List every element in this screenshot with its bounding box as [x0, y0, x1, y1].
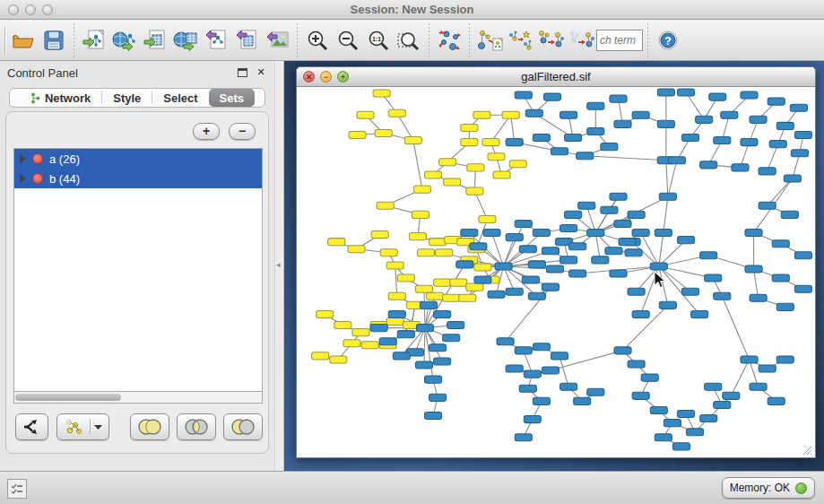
graph-node-blue[interactable] [587, 127, 604, 135]
graph-node-blue[interactable] [677, 89, 694, 96]
graph-node-blue[interactable] [768, 98, 785, 105]
graph-node-blue[interactable] [560, 224, 577, 231]
tab-select[interactable]: Select [152, 89, 208, 107]
graph-node-blue[interactable] [542, 248, 559, 255]
graph-node-blue[interactable] [551, 352, 568, 360]
graph-node-blue[interactable] [632, 310, 649, 317]
graph-node-selected-yellow[interactable] [467, 164, 484, 171]
graph-node-blue[interactable] [687, 429, 704, 436]
graph-node-blue[interactable] [533, 397, 550, 404]
graph-edge[interactable] [754, 269, 759, 298]
graph-node-selected-yellow[interactable] [493, 171, 510, 178]
graph-node-blue[interactable] [741, 91, 758, 99]
task-history-icon[interactable] [7, 479, 27, 499]
graph-node-selected-yellow[interactable] [375, 129, 392, 136]
graph-node-blue[interactable] [577, 152, 594, 160]
import-table-web-icon[interactable] [170, 23, 201, 57]
add-set-button[interactable]: + [193, 123, 220, 140]
graph-node-selected-yellow[interactable] [352, 329, 369, 336]
graph-edge[interactable] [504, 223, 524, 265]
graph-node-selected-yellow[interactable] [473, 111, 490, 118]
graph-node-selected-yellow[interactable] [334, 322, 351, 329]
graph-node-blue[interactable] [605, 248, 622, 255]
clone-network-icon[interactable] [505, 23, 535, 57]
graph-node-blue[interactable] [551, 148, 568, 155]
graph-node-selected-yellow[interactable] [461, 124, 478, 131]
search-input[interactable] [596, 30, 643, 51]
memory-status-button[interactable]: Memory: OK [722, 477, 815, 499]
graph-node-blue[interactable] [429, 344, 447, 352]
graph-node-blue[interactable] [759, 168, 776, 175]
graph-node-blue[interactable] [655, 230, 672, 237]
graph-edge[interactable] [659, 233, 664, 266]
graph-node-blue[interactable] [519, 385, 536, 392]
network-frame[interactable]: ✕ − + galFiltered.sif [296, 66, 816, 458]
open-session-icon[interactable] [8, 23, 39, 57]
graph-node-blue[interactable] [515, 220, 532, 227]
graph-node-blue[interactable] [614, 220, 631, 227]
graph-node-blue[interactable] [524, 416, 541, 423]
graph-node-blue[interactable] [601, 206, 618, 213]
tab-network[interactable]: Network [20, 89, 101, 107]
graph-node-selected-yellow[interactable] [429, 239, 447, 246]
graph-node-selected-yellow[interactable] [444, 178, 461, 186]
graph-edge[interactable] [722, 296, 749, 360]
graph-node-blue[interactable] [560, 111, 577, 118]
intersect-sets-icon[interactable] [177, 413, 216, 440]
graph-node-blue[interactable] [424, 413, 441, 420]
graph-node-blue[interactable] [587, 388, 604, 395]
graph-edge[interactable] [585, 156, 666, 161]
graph-node-blue[interactable] [700, 252, 717, 259]
graph-node-selected-yellow[interactable] [443, 294, 460, 301]
set-row[interactable]: b (44) [14, 169, 262, 188]
graph-node-blue[interactable] [741, 356, 758, 363]
tab-sets[interactable]: Sets [209, 89, 255, 107]
export-table-icon[interactable] [231, 23, 262, 57]
graph-node-blue[interactable] [542, 283, 559, 291]
graph-node-blue[interactable] [420, 301, 437, 308]
scrollbar-thumb[interactable] [15, 394, 121, 401]
graph-node-blue[interactable] [524, 370, 541, 378]
graph-node-blue[interactable] [447, 322, 464, 329]
graph-node-blue[interactable] [781, 211, 798, 218]
graph-node-blue[interactable] [664, 420, 681, 427]
graph-node-blue[interactable] [461, 230, 478, 237]
graph-node-selected-yellow[interactable] [466, 187, 483, 195]
graph-node-blue[interactable] [650, 406, 667, 413]
graph-node-blue[interactable] [714, 137, 731, 144]
save-session-icon[interactable] [39, 23, 69, 57]
graph-node-selected-yellow[interactable] [330, 356, 347, 363]
graph-node-blue[interactable] [745, 265, 762, 273]
graph-node-selected-yellow[interactable] [502, 111, 519, 118]
graph-node-blue[interactable] [632, 392, 649, 399]
graph-node-blue[interactable] [474, 276, 491, 283]
zoom-actual-size-icon[interactable]: 1:1 [363, 23, 394, 57]
graph-node-selected-yellow[interactable] [509, 161, 526, 168]
graph-node-blue[interactable] [668, 157, 685, 164]
graph-edge[interactable] [559, 356, 568, 387]
graph-node-blue[interactable] [506, 139, 523, 146]
graph-node-blue[interactable] [574, 397, 591, 404]
graph-node-blue[interactable] [657, 89, 674, 96]
sets-horizontal-scrollbar[interactable] [13, 392, 263, 404]
graph-node-blue[interactable] [625, 249, 642, 256]
graph-node-selected-yellow[interactable] [426, 292, 443, 300]
graph-node-selected-yellow[interactable] [312, 352, 329, 360]
graph-node-selected-yellow[interactable] [397, 274, 414, 282]
splitter-collapse-icon[interactable]: ◂ [276, 260, 281, 269]
graph-edge[interactable] [641, 233, 659, 266]
difference-sets-icon[interactable] [223, 413, 263, 440]
apply-layout-icon[interactable] [434, 23, 464, 57]
set-row[interactable]: a (26) [14, 149, 262, 169]
graph-node-selected-yellow[interactable] [343, 340, 360, 347]
graph-node-blue[interactable] [769, 141, 786, 148]
graph-node-selected-yellow[interactable] [388, 109, 405, 117]
graph-node-blue[interactable] [456, 261, 473, 268]
graph-node-blue[interactable] [723, 392, 740, 399]
graph-node-blue[interactable] [628, 211, 645, 218]
graph-node-blue[interactable] [750, 383, 767, 390]
graph-node-blue[interactable] [691, 310, 708, 317]
graph-node-blue[interactable] [750, 116, 767, 123]
graph-node-blue[interactable] [650, 263, 667, 270]
graph-edge[interactable] [731, 360, 749, 395]
